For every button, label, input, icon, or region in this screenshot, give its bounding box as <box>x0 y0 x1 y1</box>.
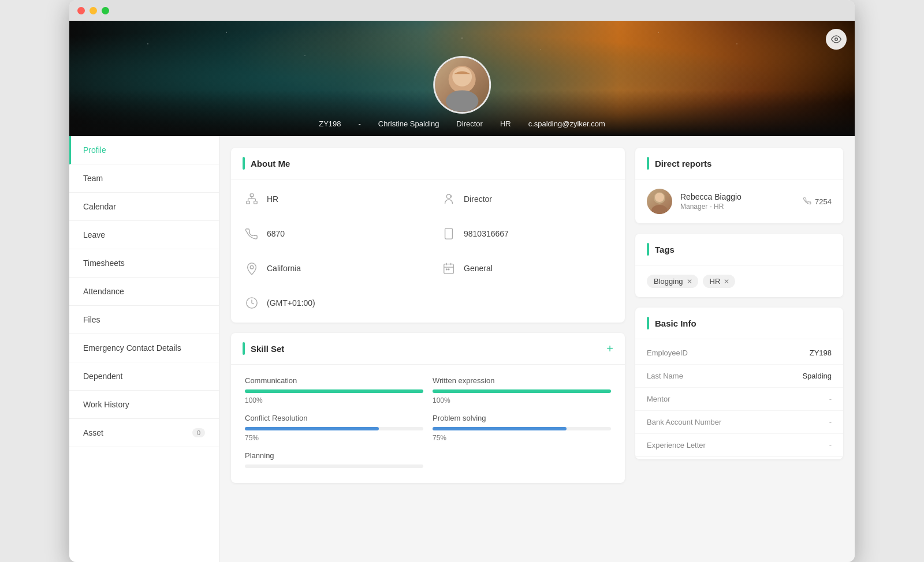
sidebar-item-asset[interactable]: Asset 0 <box>69 419 219 447</box>
about-general-value: General <box>464 264 493 273</box>
side-column: Direct reports Rebecca <box>635 148 843 550</box>
tag-hr-label: HR <box>710 277 721 286</box>
sidebar-item-files[interactable]: Files <box>69 306 219 334</box>
sidebar-item-timesheets[interactable]: Timesheets <box>69 249 219 278</box>
skill-problem: Problem solving 75% <box>433 414 611 442</box>
avatar-svg <box>435 56 489 114</box>
phone-small-icon <box>803 197 811 207</box>
report-info: Rebecca Biaggio Manager - HR <box>680 192 795 211</box>
eye-button[interactable] <box>826 29 847 50</box>
svg-rect-6 <box>254 201 258 204</box>
skill-conflict: Conflict Resolution 75% <box>245 414 423 442</box>
skill-written-bar-bg <box>433 389 611 393</box>
info-value-bank: - <box>829 418 832 426</box>
skill-communication-pct: 100% <box>245 396 423 404</box>
direct-reports-card: Direct reports Rebecca <box>635 148 843 223</box>
skill-written: Written expression 100% <box>433 376 611 404</box>
info-value-experience: - <box>829 441 832 449</box>
about-department-value: HR <box>267 194 278 204</box>
about-item-title: Director <box>428 182 625 216</box>
sidebar-item-attendance[interactable]: Attendance <box>69 278 219 306</box>
titlebar <box>69 0 855 21</box>
svg-point-20 <box>655 193 664 202</box>
about-item-empty <box>428 286 625 320</box>
skill-problem-bar-bg <box>433 427 611 430</box>
sidebar-label-asset: Asset <box>83 428 103 437</box>
sidebar-item-emergency[interactable]: Emergency Contact Details <box>69 334 219 362</box>
direct-reports-header: Direct reports <box>635 148 843 179</box>
banner-info: ZY198 - Christine Spalding Director HR c… <box>319 119 605 136</box>
info-label-experience: Experience Letter <box>647 441 706 449</box>
report-phone: 7254 <box>803 197 832 207</box>
basic-info-title: Basic Info <box>655 319 696 328</box>
svg-point-19 <box>651 205 668 214</box>
sidebar-label-timesheets: Timesheets <box>83 258 125 268</box>
skill-problem-pct: 75% <box>433 434 611 442</box>
sidebar-label-emergency: Emergency Contact Details <box>83 343 181 353</box>
tag-blogging: Blogging ✕ <box>647 275 698 288</box>
info-label-mentor: Mentor <box>647 395 670 403</box>
about-me-grid: HR Director <box>231 179 625 323</box>
tag-blogging-remove[interactable]: ✕ <box>687 278 692 285</box>
sidebar-item-calendar[interactable]: Calendar <box>69 193 219 221</box>
about-me-title: About Me <box>251 159 290 168</box>
sidebar-label-leave: Leave <box>83 230 105 239</box>
skill-written-fill <box>433 389 611 393</box>
about-mobile-value: 9810316667 <box>464 229 509 238</box>
mobile-icon <box>442 227 456 241</box>
calendar2-icon <box>442 261 456 275</box>
person-icon <box>442 192 456 206</box>
skill-set-accent <box>243 342 245 355</box>
basic-info-header: Basic Info <box>635 308 843 339</box>
skill-conflict-bar-bg <box>245 427 423 430</box>
about-location-value: California <box>267 264 301 273</box>
banner-email: c.spalding@zylker.com <box>528 119 605 128</box>
about-item-timezone: (GMT+01:00) <box>231 286 428 320</box>
sidebar-label-team: Team <box>83 174 103 183</box>
svg-point-3 <box>452 67 472 87</box>
banner-separator-1: - <box>359 119 361 128</box>
sidebar-item-leave[interactable]: Leave <box>69 221 219 249</box>
tag-hr-remove[interactable]: ✕ <box>724 278 729 285</box>
phone-icon <box>245 227 259 241</box>
skill-conflict-fill <box>245 427 379 430</box>
asset-badge: 0 <box>192 428 205 437</box>
info-value-lastname: Spalding <box>802 372 832 380</box>
svg-rect-5 <box>247 201 250 204</box>
profile-banner: ZY198 - Christine Spalding Director HR c… <box>69 21 855 136</box>
about-item-mobile: 9810316667 <box>428 216 625 251</box>
about-me-card: About Me <box>231 148 625 323</box>
basic-info-accent <box>647 317 649 329</box>
report-avatar-svg <box>647 189 672 214</box>
report-role: Manager - HR <box>680 203 795 211</box>
org-icon <box>245 192 259 206</box>
report-item: Rebecca Biaggio Manager - HR 7254 <box>635 179 843 223</box>
tags-card: Tags Blogging ✕ HR ✕ <box>635 234 843 297</box>
sidebar-item-dependent[interactable]: Dependent <box>69 362 219 391</box>
main-column: About Me <box>231 148 625 550</box>
info-label-empid: EmployeeID <box>647 349 688 357</box>
content-area: About Me <box>219 136 855 562</box>
sidebar-label-calendar: Calendar <box>83 202 116 211</box>
sidebar-item-profile[interactable]: Profile <box>69 136 219 164</box>
info-row-empid: EmployeeID ZY198 <box>635 342 843 365</box>
app-window: ZY198 - Christine Spalding Director HR c… <box>69 0 855 562</box>
profile-center: ZY198 - Christine Spalding Director HR c… <box>319 56 605 136</box>
about-me-header: About Me <box>231 148 625 179</box>
info-row-experience: Experience Letter - <box>635 434 843 457</box>
sidebar-item-workhistory[interactable]: Work History <box>69 391 219 419</box>
sidebar-item-team[interactable]: Team <box>69 164 219 193</box>
info-value-empid: ZY198 <box>810 349 832 357</box>
maximize-dot[interactable] <box>102 7 109 14</box>
skill-conflict-label: Conflict Resolution <box>245 414 423 422</box>
close-dot[interactable] <box>77 7 85 14</box>
direct-reports-title: Direct reports <box>655 159 711 168</box>
tags-header: Tags <box>635 234 843 265</box>
svg-rect-8 <box>445 228 453 239</box>
add-skill-button[interactable]: + <box>606 343 613 354</box>
svg-point-7 <box>446 194 450 198</box>
info-label-lastname: Last Name <box>647 372 683 380</box>
minimize-dot[interactable] <box>90 7 97 14</box>
direct-reports-accent <box>647 157 649 170</box>
tag-hr: HR ✕ <box>703 275 736 288</box>
